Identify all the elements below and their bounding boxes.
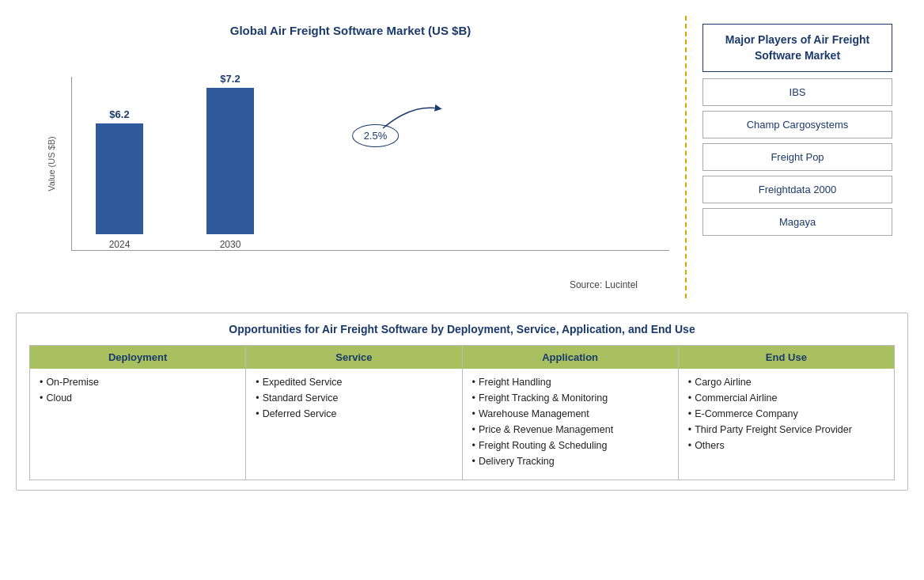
- chart-container: Value (US $B) $6.2 2024 2.5%: [32, 53, 669, 275]
- bullet-icon: •: [40, 392, 43, 404]
- bar-group-2030: $7.2 2030: [206, 73, 254, 250]
- player-item-freightpop: Freight Pop: [702, 143, 892, 171]
- list-item: • Deferred Service: [256, 408, 452, 419]
- opp-col-enduse: End Use • Cargo Airline • Commercial Air…: [679, 345, 895, 480]
- player-item-champ: Champ Cargosystems: [702, 111, 892, 138]
- player-item-magaya: Magaya: [702, 208, 892, 236]
- bullet-icon: •: [472, 424, 475, 435]
- bar-2024: [96, 123, 143, 234]
- bullet-icon: •: [688, 440, 691, 451]
- list-item: • Delivery Tracking: [472, 456, 668, 467]
- players-title: Major Players of Air Freight Software Ma…: [702, 24, 892, 72]
- players-panel: Major Players of Air Freight Software Ma…: [687, 16, 908, 298]
- bottom-section: Opportunities for Air Freight Software b…: [16, 313, 908, 491]
- list-item: • Freight Tracking & Monitoring: [472, 392, 668, 404]
- bullet-icon: •: [472, 392, 475, 404]
- bar-year-2030: 2030: [220, 239, 241, 250]
- bullet-icon: •: [256, 377, 259, 388]
- col-header-service: Service: [246, 346, 461, 369]
- col-header-deployment: Deployment: [30, 346, 245, 369]
- col-body-enduse: • Cargo Airline • Commercial Airline • E…: [679, 369, 894, 480]
- opp-col-deployment: Deployment • On-Premise • Cloud: [29, 345, 246, 480]
- cagr-annotation: 2.5%: [352, 124, 400, 147]
- bullet-icon: •: [256, 408, 259, 419]
- bullet-icon: •: [472, 377, 475, 388]
- list-item: • Freight Routing & Scheduling: [472, 440, 668, 451]
- list-item: • Commercial Airline: [688, 392, 884, 404]
- col-body-application: • Freight Handling • Freight Tracking & …: [463, 369, 678, 480]
- bars-area: $6.2 2024 2.5%: [71, 77, 669, 251]
- bullet-icon: •: [688, 392, 691, 404]
- chart-title: Global Air Freight Software Market (US $…: [230, 24, 471, 37]
- player-item-ibs: IBS: [702, 78, 892, 106]
- bar-2030: [206, 88, 254, 234]
- opp-columns: Deployment • On-Premise • Cloud Service …: [29, 345, 895, 480]
- list-item: • Price & Revenue Management: [472, 424, 668, 435]
- player-item-freightdata: Freightdata 2000: [702, 176, 892, 203]
- bullet-icon: •: [472, 440, 475, 451]
- list-item: • E-Commerce Company: [688, 408, 884, 419]
- list-item: • On-Premise: [40, 377, 236, 388]
- list-item: • Cargo Airline: [688, 377, 884, 388]
- opp-col-service: Service • Expedited Service • Standard S…: [246, 345, 462, 480]
- list-item: • Expedited Service: [256, 377, 452, 388]
- bar-value-2024: $6.2: [109, 108, 129, 120]
- chart-area: Global Air Freight Software Market (US $…: [16, 16, 687, 298]
- bar-group-2024: $6.2 2024: [96, 108, 143, 250]
- bullet-icon: •: [688, 377, 691, 388]
- col-body-service: • Expedited Service • Standard Service •…: [246, 369, 461, 480]
- opp-col-application: Application • Freight Handling • Freight…: [463, 345, 679, 480]
- list-item: • Warehouse Management: [472, 408, 668, 419]
- bar-year-2024: 2024: [109, 239, 131, 250]
- list-item: • Others: [688, 440, 884, 451]
- top-section: Global Air Freight Software Market (US $…: [16, 16, 908, 298]
- col-header-application: Application: [463, 346, 678, 369]
- source-text: Source: Lucintel: [32, 279, 669, 290]
- opportunities-title: Opportunities for Air Freight Software b…: [29, 323, 895, 335]
- list-item: • Standard Service: [256, 392, 452, 404]
- list-item: • Freight Handling: [472, 377, 668, 388]
- bullet-icon: •: [40, 377, 43, 388]
- col-header-enduse: End Use: [679, 346, 894, 369]
- list-item: • Cloud: [40, 392, 236, 404]
- bullet-icon: •: [688, 408, 691, 419]
- y-axis-label: Value (US $B): [47, 136, 56, 191]
- arrow-svg: [379, 100, 442, 132]
- bullet-icon: •: [472, 408, 475, 419]
- bullet-icon: •: [256, 392, 259, 404]
- bar-value-2030: $7.2: [220, 73, 240, 85]
- bullet-icon: •: [688, 424, 691, 435]
- list-item: • Third Party Freight Service Provider: [688, 424, 884, 435]
- bullet-icon: •: [472, 456, 475, 467]
- col-body-deployment: • On-Premise • Cloud: [30, 369, 245, 480]
